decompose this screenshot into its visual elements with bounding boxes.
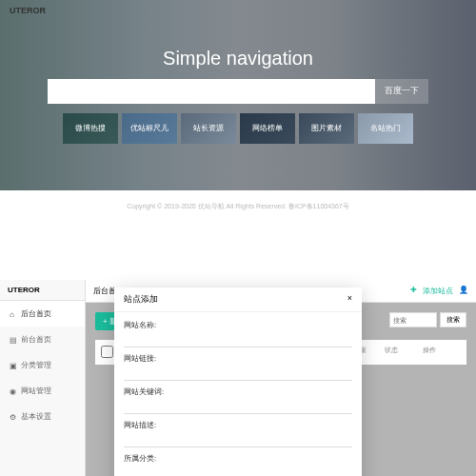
input-site-keywords[interactable] (124, 399, 352, 414)
hero-section: UTEROR Simple navigation 百度一下 微博热搜 优站标尺儿… (0, 0, 476, 190)
admin-panel: UTEROR ⌂后台首页 ▤前台首页 ▣分类管理 ◉网站管理 ⚙基本设置 后台首… (0, 280, 476, 476)
tile-weibo[interactable]: 微博热搜 (63, 113, 118, 144)
category-tiles: 微博热搜 优站标尺儿 站长资源 网络榜单 图片素材 名站热门 (63, 113, 413, 144)
table-search-button[interactable]: 搜索 (440, 312, 466, 327)
copyright-text: Copyright © 2019-2020 优站导航 All Rights Re… (0, 190, 476, 223)
sidebar-item-label: 后台首页 (21, 308, 51, 319)
modal-body: 网站名称: 网站链接: 网站关键词: 网站描述: 所属分类: 获取网站信息参数设… (114, 312, 362, 476)
select-all-checkbox[interactable] (101, 346, 113, 358)
sidebar-item-category[interactable]: ▣分类管理 (0, 352, 85, 378)
folder-icon: ▣ (10, 362, 17, 369)
tile-tupian[interactable]: 图片素材 (299, 113, 354, 144)
table-search: 搜索 (389, 312, 466, 327)
list-icon: ▤ (10, 336, 17, 344)
search-button[interactable]: 百度一下 (375, 79, 428, 104)
label-keywords: 网站关键词: (124, 387, 352, 397)
globe-icon: ◉ (10, 387, 17, 395)
admin-sidebar: UTEROR ⌂后台首页 ▤前台首页 ▣分类管理 ◉网站管理 ⚙基本设置 (0, 280, 86, 476)
sidebar-item-front[interactable]: ▤前台首页 (0, 327, 85, 352)
search-bar: 百度一下 (48, 79, 428, 104)
sidebar-item-label: 前台首页 (21, 334, 51, 345)
modal-header: 站点添加 × (114, 288, 362, 312)
input-site-category[interactable] (124, 466, 352, 476)
table-search-input[interactable] (389, 312, 437, 327)
hero-title: Simple navigation (163, 48, 313, 69)
sidebar-item-label: 网站管理 (21, 386, 51, 396)
sidebar-item-settings[interactable]: ⚙基本设置 (0, 404, 85, 429)
sidebar-item-website[interactable]: ◉网站管理 (0, 378, 85, 404)
topbar-actions: ✚ 添加站点 👤 (410, 286, 468, 296)
col-status: 状态 (385, 346, 423, 359)
sidebar-item-label: 基本设置 (21, 411, 51, 422)
label-category: 所属分类: (124, 453, 352, 464)
home-icon: ⌂ (10, 310, 17, 318)
input-site-link[interactable] (124, 366, 352, 381)
tile-wangluo[interactable]: 网络榜单 (240, 113, 295, 144)
sidebar-item-label: 分类管理 (21, 360, 51, 370)
topbar-label: 添加站点 (423, 286, 453, 296)
input-site-name[interactable] (124, 332, 352, 347)
modal-title: 站点添加 (124, 293, 158, 306)
col-action: 操作 (423, 346, 461, 359)
add-site-modal: 站点添加 × 网站名称: 网站链接: 网站关键词: 网站描述: 所属分类: 获取… (114, 288, 362, 476)
close-icon[interactable]: × (347, 293, 352, 306)
tile-zhanzhang[interactable]: 站长资源 (181, 113, 236, 144)
tile-mingzhan[interactable]: 名站热门 (358, 113, 413, 144)
search-input[interactable] (48, 79, 375, 104)
label-link: 网站链接: (124, 353, 352, 364)
tile-youzhan[interactable]: 优站标尺儿 (122, 113, 177, 144)
label-name: 网站名称: (124, 320, 352, 330)
input-site-desc[interactable] (124, 432, 352, 447)
sidebar-item-home[interactable]: ⌂后台首页 (0, 301, 85, 327)
action-add[interactable]: ✚ (410, 286, 417, 296)
gear-icon: ⚙ (10, 413, 17, 421)
label-desc: 网站描述: (124, 420, 352, 430)
user-icon[interactable]: 👤 (459, 286, 468, 296)
admin-logo: UTEROR (0, 280, 85, 301)
site-logo: UTEROR (10, 6, 46, 15)
